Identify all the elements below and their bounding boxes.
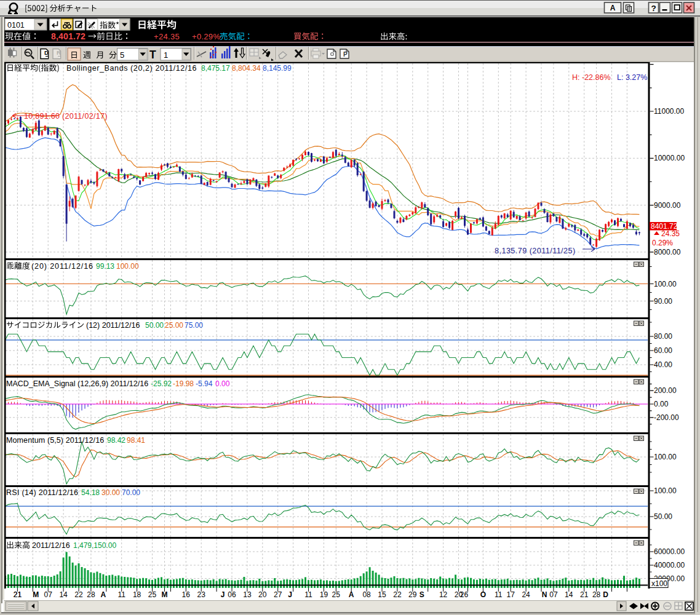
svg-text:60.00: 60.00 [654, 346, 672, 355]
svg-text:8000.00: 8000.00 [654, 248, 681, 256]
svg-text:8,401.72: 8,401.72 [51, 31, 86, 41]
svg-text:17: 17 [507, 590, 515, 599]
svg-text:21: 21 [580, 590, 589, 599]
svg-text:9000.00: 9000.00 [654, 201, 681, 210]
svg-text:11: 11 [117, 590, 125, 599]
svg-text:100.00: 100.00 [654, 486, 677, 495]
svg-text:100.00: 100.00 [654, 453, 677, 461]
svg-text:O: O [480, 590, 486, 599]
svg-text:20: 20 [258, 590, 267, 599]
svg-text:15: 15 [378, 590, 386, 599]
svg-text:A: A [610, 4, 616, 12]
svg-text:25: 25 [148, 590, 157, 599]
svg-text:M: M [33, 590, 39, 599]
svg-text:S: S [420, 590, 424, 599]
svg-text:11000.00: 11000.00 [654, 107, 684, 116]
svg-text:25: 25 [332, 590, 341, 599]
svg-text:16: 16 [182, 590, 191, 599]
svg-text:0.29%: 0.29% [652, 239, 673, 247]
svg-text:MACD_EMA_Signal (12,26,9) 2011: MACD_EMA_Signal (12,26,9) 2011/12/16 [6, 379, 148, 388]
svg-text:06: 06 [228, 590, 236, 599]
svg-text:Momentum (5,5) 2011/12/16: Momentum (5,5) 2011/12/16 [6, 436, 104, 445]
svg-text:21: 21 [14, 590, 22, 599]
svg-text:90.00: 90.00 [654, 297, 672, 306]
svg-text:30.00: 30.00 [101, 488, 120, 497]
svg-text:2011/12/16: 2011/12/16 [32, 541, 70, 550]
svg-text:11: 11 [495, 590, 503, 599]
svg-text:25.00: 25.00 [165, 321, 183, 330]
svg-text:10000.00: 10000.00 [654, 154, 685, 162]
svg-text:D: D [603, 590, 608, 599]
svg-text:22: 22 [393, 590, 402, 599]
svg-text:50.00: 50.00 [654, 512, 672, 521]
svg-text:0101: 0101 [7, 21, 25, 30]
svg-text:1: 1 [164, 50, 168, 60]
svg-text:-19.98: -19.98 [173, 379, 194, 388]
svg-text:12: 12 [439, 590, 448, 599]
svg-text:98.41: 98.41 [127, 436, 145, 445]
svg-text:D: D [44, 49, 49, 56]
svg-text:70.00: 70.00 [122, 488, 140, 497]
svg-text:28: 28 [592, 590, 601, 599]
svg-text:8,145.99: 8,145.99 [263, 64, 292, 73]
svg-text:27: 27 [274, 590, 282, 599]
svg-text:60000.00: 60000.00 [654, 547, 685, 556]
svg-text:R: R [57, 49, 61, 56]
svg-text:8,135.79 (2011/11/25): 8,135.79 (2011/11/25) [495, 247, 576, 255]
svg-text:24.35: 24.35 [661, 229, 680, 238]
svg-text:T: T [149, 49, 156, 61]
svg-text:29: 29 [408, 590, 417, 599]
svg-text:50.00: 50.00 [145, 321, 164, 330]
svg-text:80.00: 80.00 [654, 332, 672, 341]
svg-text:-25.92: -25.92 [151, 379, 172, 388]
svg-text:M: M [162, 590, 168, 599]
svg-text:40.00: 40.00 [654, 360, 672, 369]
svg-text:-200.00: -200.00 [654, 413, 679, 422]
svg-text:J: J [221, 590, 225, 599]
svg-text:J: J [288, 590, 292, 599]
svg-text:14: 14 [565, 590, 573, 599]
svg-text:N: N [542, 590, 547, 599]
svg-text:?: ? [651, 4, 656, 13]
svg-text:(12) 2011/12/16: (12) 2011/12/16 [86, 321, 140, 330]
svg-text:0.00: 0.00 [215, 379, 230, 388]
svg-text:A: A [101, 590, 106, 599]
svg-text:0.00: 0.00 [654, 400, 669, 408]
svg-text:99.13: 99.13 [96, 262, 114, 271]
svg-text:8,475.17: 8,475.17 [201, 64, 230, 73]
svg-text:L: 3.27%: L: 3.27% [617, 73, 647, 82]
svg-text:A: A [349, 590, 354, 599]
svg-text:98.42: 98.42 [107, 436, 125, 445]
svg-text:19: 19 [320, 590, 328, 599]
svg-text:40000.00: 40000.00 [654, 561, 685, 569]
svg-text:1,479,150.00: 1,479,150.00 [73, 541, 116, 550]
svg-text:(20) 2011/12/16: (20) 2011/12/16 [31, 262, 93, 271]
svg-text:07: 07 [44, 590, 53, 599]
svg-text:5: 5 [120, 50, 124, 60]
svg-text:-5.94: -5.94 [196, 379, 213, 388]
svg-text:+24.35: +24.35 [154, 32, 180, 41]
svg-text:8,804.34: 8,804.34 [232, 64, 261, 73]
svg-text:100.00: 100.00 [654, 280, 677, 288]
svg-text:24: 24 [522, 590, 530, 599]
svg-text:P: P [343, 51, 348, 58]
svg-text:H: -22.86%: H: -22.86% [572, 73, 611, 82]
svg-text:100.00: 100.00 [116, 262, 139, 271]
svg-text:23: 23 [197, 590, 206, 599]
svg-text:x100: x100 [651, 579, 667, 588]
svg-text:11: 11 [304, 590, 312, 599]
svg-text:08: 08 [362, 590, 371, 599]
svg-text:+0.29%: +0.29% [192, 32, 220, 41]
svg-text:13: 13 [243, 590, 252, 599]
svg-text:26: 26 [460, 590, 469, 599]
svg-text:54.18: 54.18 [81, 488, 100, 497]
svg-text:Bollinger_Bands (20,2) 2011/12: Bollinger_Bands (20,2) 2011/12/16 [66, 64, 197, 73]
svg-text:RSI (14) 2011/12/16: RSI (14) 2011/12/16 [6, 488, 78, 497]
svg-text:22: 22 [74, 590, 83, 599]
svg-text:10,891.60 (2011/02/17): 10,891.60 (2011/02/17) [24, 112, 108, 121]
svg-text:18: 18 [133, 590, 141, 599]
svg-text:07: 07 [549, 590, 558, 599]
svg-text:75.00: 75.00 [185, 321, 203, 330]
svg-text:28: 28 [87, 590, 95, 599]
svg-text:200.00: 200.00 [654, 386, 677, 395]
